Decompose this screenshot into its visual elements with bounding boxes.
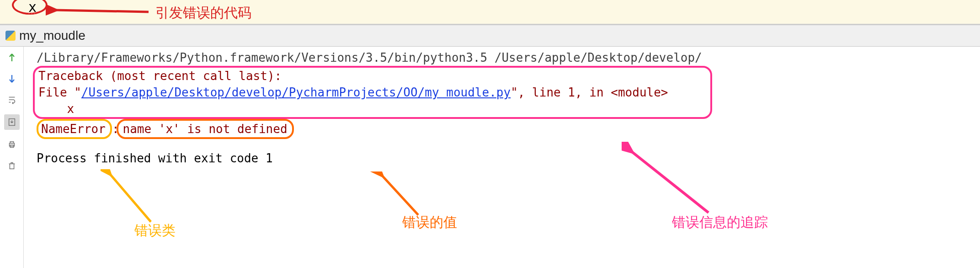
rerun-button[interactable]: [5, 51, 18, 64]
traceback-file-line: File "/Users/apple/Desktop/develop/Pycha…: [38, 84, 707, 101]
file-suffix: ", line 1, in <module>: [511, 86, 668, 99]
error-type: NameError: [41, 122, 106, 136]
scroll-to-end-button[interactable]: [4, 114, 20, 130]
editor-bar: x: [0, 0, 980, 25]
file-prefix: File ": [38, 86, 81, 99]
interpreter-line: /Library/Frameworks/Python.framework/Ver…: [37, 49, 980, 66]
run-title: my_moudle: [19, 28, 85, 43]
error-line: NameError: name 'x' is not defined: [37, 119, 980, 139]
exit-line: Process finished with exit code 1: [37, 150, 980, 166]
stop-button[interactable]: [5, 72, 18, 85]
traceback-code-line: x: [38, 101, 707, 117]
run-header: my_moudle: [0, 25, 980, 47]
clear-all-button[interactable]: [5, 159, 18, 172]
body-area: /Library/Frameworks/Python.framework/Ver…: [0, 47, 980, 268]
code-snippet: x: [28, 0, 37, 15]
console-output[interactable]: /Library/Frameworks/Python.framework/Ver…: [24, 47, 980, 268]
svg-rect-2: [10, 142, 13, 144]
run-gutter: [0, 47, 24, 268]
traceback-file-link[interactable]: /Users/apple/Desktop/develop/PycharmProj…: [81, 86, 511, 99]
error-type-box: NameError: [37, 119, 112, 139]
toggle-soft-wrap-button[interactable]: [5, 93, 18, 106]
print-button[interactable]: [5, 138, 18, 151]
error-value: name 'x' is not defined: [123, 122, 288, 136]
traceback-box: Traceback (most recent call last): File …: [33, 66, 712, 119]
error-value-box: name 'x' is not defined: [117, 119, 294, 139]
traceback-header: Traceback (most recent call last):: [38, 68, 707, 84]
python-icon: [5, 31, 16, 41]
